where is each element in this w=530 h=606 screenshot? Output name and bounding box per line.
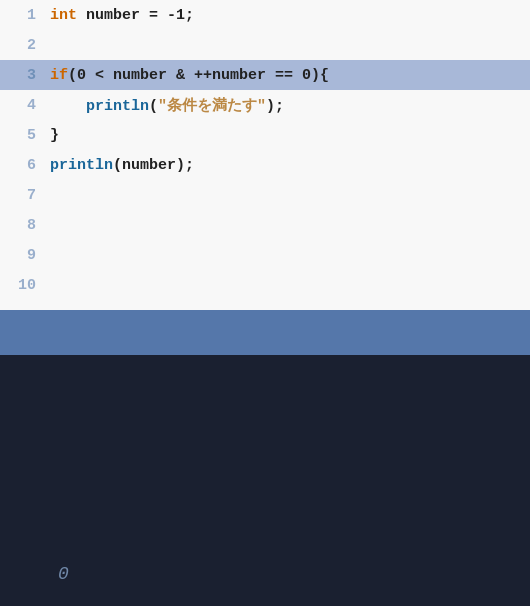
- code-editor: 1int number = -1;23if(0 < number & ++num…: [0, 0, 530, 310]
- code-line-8: 8: [0, 210, 530, 240]
- line-content-5: }: [50, 127, 59, 144]
- line-content-1: int number = -1;: [50, 7, 194, 24]
- line-number-9: 9: [8, 247, 36, 264]
- output-value: 0: [58, 564, 69, 584]
- line-content-4: println("条件を満たす");: [50, 96, 284, 115]
- code-line-6: 6println(number);: [0, 150, 530, 180]
- line-number-7: 7: [8, 187, 36, 204]
- output-area: 0: [0, 355, 530, 606]
- line-content-6: println(number);: [50, 157, 194, 174]
- code-line-10: 10: [0, 270, 530, 300]
- code-line-5: 5}: [0, 120, 530, 150]
- line-number-3: 3: [8, 67, 36, 84]
- code-line-7: 7: [0, 180, 530, 210]
- line-number-2: 2: [8, 37, 36, 54]
- line-number-6: 6: [8, 157, 36, 174]
- code-line-1: 1int number = -1;: [0, 0, 530, 30]
- line-content-3: if(0 < number & ++number == 0){: [50, 67, 329, 84]
- code-line-9: 9: [0, 240, 530, 270]
- code-line-4: 4 println("条件を満たす");: [0, 90, 530, 120]
- line-number-8: 8: [8, 217, 36, 234]
- divider: [0, 310, 530, 355]
- line-number-10: 10: [8, 277, 36, 294]
- line-number-4: 4: [8, 97, 36, 114]
- code-line-2: 2: [0, 30, 530, 60]
- line-number-5: 5: [8, 127, 36, 144]
- line-number-1: 1: [8, 7, 36, 24]
- code-line-3: 3if(0 < number & ++number == 0){: [0, 60, 530, 90]
